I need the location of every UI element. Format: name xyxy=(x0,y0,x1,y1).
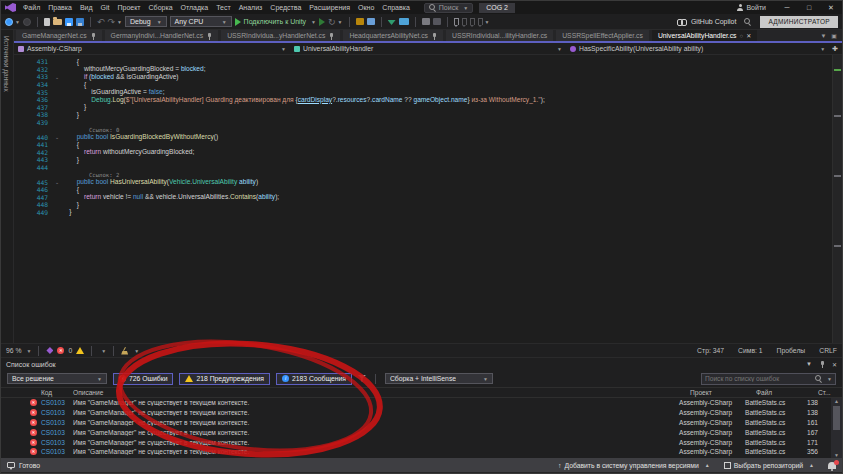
administrator-button[interactable]: АДМИНИСТРАТОР xyxy=(760,16,838,28)
bookmark-clear-button[interactable]: ▼ xyxy=(478,18,490,25)
code-line[interactable]: 433⌄ if (blocked && isGuardingActive) xyxy=(14,73,832,81)
attach-to-unity-button[interactable]: Подключить к Unity ▼ xyxy=(235,18,316,26)
fold-chevron-icon[interactable]: ⌄ xyxy=(52,134,62,140)
code-line[interactable]: 439 xyxy=(14,119,832,127)
data-sources-tab[interactable]: Источники данных xyxy=(3,30,10,92)
select-repository-button[interactable]: Выбрать репозиторий ▲ xyxy=(724,462,814,469)
caret-column-indicator[interactable]: Симв: 1 xyxy=(738,347,763,354)
feedback-button[interactable] xyxy=(744,18,751,25)
column-description[interactable]: Описание xyxy=(73,389,690,396)
menu-item-Вид[interactable]: Вид xyxy=(76,1,97,14)
pin-icon[interactable] xyxy=(819,360,825,368)
column-line[interactable]: Ст... xyxy=(818,389,842,396)
bookmark-add-button[interactable] xyxy=(454,18,459,25)
code-line[interactable]: 444 xyxy=(14,164,832,172)
code-editor[interactable]: 431 {432 withoutMercyGuardingBlocked = b… xyxy=(14,55,842,343)
codelens-references[interactable]: Ссылок: 0 xyxy=(62,127,119,133)
zoom-select[interactable]: 96 % ▼ xyxy=(6,347,31,354)
tab-USSRIndividual...ilityHandler.cs[interactable]: USSRIndividual...ilityHandler.cs xyxy=(446,30,553,41)
tab-UniversalAbilityHandler.cs[interactable]: UniversalAbilityHandler.cs○✕ xyxy=(652,30,757,41)
bookmark-next-button[interactable] xyxy=(470,18,475,25)
type-dropdown[interactable]: UniversalAbilityHandler ▼ xyxy=(290,43,566,54)
menu-item-Расширения[interactable]: Расширения xyxy=(305,1,354,14)
error-code-link[interactable]: CS0103 xyxy=(41,439,73,446)
scroll-down-icon[interactable]: ▼ xyxy=(834,452,839,458)
tab-HeadquartersAbilityNet.cs[interactable]: HeadquartersAbilityNet.cs xyxy=(343,30,443,41)
tab-USSRSpellEffectApplier.cs[interactable]: USSRSpellEffectApplier.cs xyxy=(556,30,649,41)
uncomment-button[interactable] xyxy=(433,18,441,25)
code-line[interactable]: 447 return vehicle != null && vehicle.Un… xyxy=(14,194,832,202)
fold-chevron-icon[interactable]: ⌄ xyxy=(52,74,62,80)
menu-item-Анализ[interactable]: Анализ xyxy=(235,1,267,14)
error-row[interactable]: ✕CS0103Имя "GameManager" не существует в… xyxy=(1,437,831,447)
split-editor-icon[interactable]: ✚ xyxy=(832,45,838,53)
menu-item-Средства[interactable]: Средства xyxy=(266,1,305,14)
error-list-scrollbar[interactable]: ▲ ▼ xyxy=(831,398,842,458)
messages-filter-button[interactable]: i 2183 Сообщения xyxy=(276,373,352,385)
undo-button[interactable]: ↶ xyxy=(97,18,105,26)
code-line[interactable]: 445⌄ public bool HasUniversalAbility(Veh… xyxy=(14,178,832,186)
search-box[interactable]: Поиск ▼ xyxy=(424,3,473,13)
chevron-down-icon[interactable]: ▼ xyxy=(134,348,139,354)
column-code[interactable]: Код xyxy=(41,389,73,396)
menu-item-Сборка[interactable]: Сборка xyxy=(145,1,177,14)
error-code-link[interactable]: CS0103 xyxy=(41,409,73,416)
editor-scrollbar[interactable] xyxy=(832,55,842,343)
code-line[interactable]: 443 } xyxy=(14,156,832,164)
chevron-down-icon[interactable]: ▼ xyxy=(101,348,106,354)
open-file-button[interactable] xyxy=(53,19,62,25)
copilot-button[interactable]: GitHub Copilot xyxy=(677,18,737,25)
comment-button[interactable] xyxy=(422,18,430,25)
scroll-up-icon[interactable]: ▲ xyxy=(834,398,839,404)
menu-item-Тест[interactable]: Тест xyxy=(212,1,234,14)
error-row[interactable]: ✕CS0103Имя "GameManager" не существует в… xyxy=(1,398,831,408)
error-code-link[interactable]: CS0103 xyxy=(41,448,73,455)
find-in-files-button[interactable] xyxy=(356,18,364,25)
error-code-link[interactable]: CS0103 xyxy=(41,399,73,406)
pin-icon[interactable] xyxy=(328,32,334,40)
warnings-filter-button[interactable]: 218 Предупреждения xyxy=(179,373,270,385)
document-dropdown-icon[interactable]: ▼ xyxy=(820,33,826,39)
column-file[interactable]: Файл xyxy=(756,389,818,396)
code-line[interactable]: 438 } xyxy=(14,111,832,119)
float-icon[interactable]: ▣ xyxy=(831,32,837,39)
start-without-debugging-button[interactable] xyxy=(319,18,325,26)
redo-button[interactable]: ↷▼ xyxy=(108,18,123,26)
tab-GermanyIndivi...HandlerNet.cs[interactable]: GermanyIndivi...HandlerNet.cs xyxy=(105,30,219,41)
close-button[interactable]: ✕ xyxy=(820,1,842,14)
error-search-input[interactable] xyxy=(705,375,812,382)
menu-item-Отладка[interactable]: Отладка xyxy=(177,1,213,14)
line-ending-indicator[interactable]: CRLF xyxy=(819,347,837,354)
tab-USSRIndividua...yHandlerNet.cs[interactable]: USSRIndividua...yHandlerNet.cs xyxy=(221,30,340,41)
new-file-button[interactable] xyxy=(44,18,50,26)
code-cleanup-broom-icon[interactable] xyxy=(121,347,128,355)
save-all-button[interactable] xyxy=(76,18,84,26)
menu-item-Окно[interactable]: Окно xyxy=(354,1,378,14)
column-project[interactable]: Проект xyxy=(690,389,756,396)
caret-line-indicator[interactable]: Стр: 347 xyxy=(697,347,724,354)
codelens-references[interactable]: Ссылок: 2 xyxy=(62,172,119,178)
menu-item-Git[interactable]: Git xyxy=(97,1,114,14)
menu-item-Правка[interactable]: Правка xyxy=(44,1,76,14)
window-position-icon[interactable]: ▼ xyxy=(806,361,812,367)
pin-icon[interactable] xyxy=(90,32,96,40)
solution-explorer-button[interactable] xyxy=(367,18,375,25)
document-error-icon[interactable]: ✕ xyxy=(57,347,64,354)
code-line[interactable]: 440⌄ public bool IsGuardingBlockedByWith… xyxy=(14,133,832,141)
error-row[interactable]: ✕CS0103Имя "GameManager" не существует в… xyxy=(1,408,831,418)
scope-select[interactable]: Все решение ▼ xyxy=(7,373,107,384)
maximize-button[interactable]: □ xyxy=(798,1,820,14)
history-button[interactable] xyxy=(23,18,31,26)
ide-navigation-button[interactable]: ▼ xyxy=(5,18,20,26)
restart-button[interactable]: ↻▼ xyxy=(328,18,343,26)
feedback-smiley-icon[interactable] xyxy=(7,462,15,468)
code-line[interactable]: 436 Debug.Log($"[UniversalAbilityHandler… xyxy=(14,96,832,104)
minimize-button[interactable]: ─ xyxy=(776,1,798,14)
filter-funnel-icon[interactable] xyxy=(358,375,366,382)
code-line[interactable]: 442 return withoutMercyGuardingBlocked; xyxy=(14,149,832,157)
configuration-select[interactable]: Debug▼ xyxy=(125,16,167,27)
scrollbar-thumb[interactable] xyxy=(833,406,840,430)
menu-item-Проект[interactable]: Проект xyxy=(114,1,145,14)
code-line[interactable]: 437 } xyxy=(14,104,832,112)
add-to-source-control-button[interactable]: ↑ Добавить в систему управления версиями… xyxy=(558,462,710,469)
